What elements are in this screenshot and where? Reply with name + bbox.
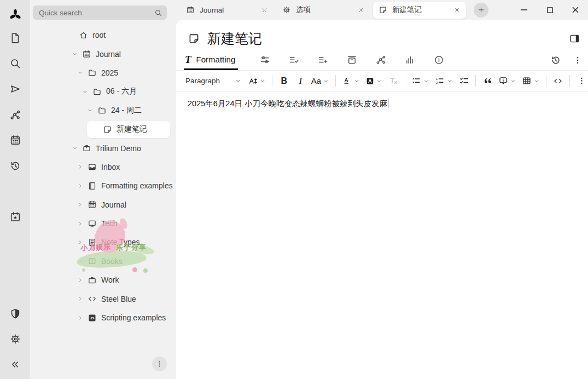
briefcase-icon — [87, 275, 97, 285]
chevron-right-icon[interactable] — [76, 220, 84, 227]
js-badge-icon — [87, 313, 97, 323]
font-family-button[interactable]: Aa — [310, 74, 330, 88]
tree-item-formatting-examples[interactable]: Formatting examples — [76, 176, 176, 195]
home-icon — [78, 30, 88, 40]
quick-search-input[interactable] — [33, 5, 167, 20]
recent-changes-button[interactable] — [8, 159, 22, 173]
protected-session-button[interactable] — [8, 307, 22, 321]
close-icon[interactable] — [261, 7, 268, 14]
note-revisions-button[interactable] — [550, 55, 561, 66]
bold-button[interactable]: B — [277, 74, 290, 88]
ribbon-tab-note-map[interactable] — [374, 54, 387, 67]
ribbon-tab-note-paths[interactable] — [345, 54, 358, 67]
close-icon[interactable] — [453, 7, 461, 14]
settings-button[interactable] — [8, 332, 22, 346]
tree-item-root[interactable]: root — [67, 26, 176, 44]
open-book-icon — [87, 256, 97, 266]
ribbon-tab-inherited-attributes[interactable] — [316, 54, 329, 67]
italic-button[interactable]: I — [294, 74, 307, 88]
inbox-icon — [87, 162, 97, 172]
chevron-down-icon — [510, 78, 516, 84]
toolbar-more-button[interactable] — [575, 74, 588, 88]
tab-journal[interactable]: Journal — [181, 2, 273, 19]
code-icon — [87, 294, 97, 304]
tree-item-work[interactable]: Work — [76, 271, 176, 289]
note-icon — [379, 5, 387, 14]
font-color-button[interactable] — [341, 74, 361, 88]
create-split-icon[interactable] — [569, 33, 580, 44]
collapse-tree-button[interactable] — [8, 357, 22, 371]
font-size-button[interactable] — [247, 74, 267, 88]
ribbon-tab-formatting[interactable]: T Formatting — [184, 50, 238, 70]
block-quote-button[interactable] — [481, 74, 494, 88]
close-window-button[interactable] — [569, 3, 582, 16]
package-icon — [81, 143, 91, 153]
background-color-button[interactable] — [364, 74, 384, 88]
note-menu-button[interactable] — [573, 55, 583, 65]
new-note-button[interactable] — [8, 31, 22, 45]
tree-item-steel-blue[interactable]: Steel Blue — [76, 289, 176, 308]
chevron-down-icon[interactable] — [76, 69, 84, 77]
chevron-right-icon[interactable] — [76, 257, 84, 265]
admonition-button[interactable] — [497, 74, 517, 88]
tree-item-day24[interactable]: 24 - 周二 — [86, 101, 176, 120]
chevron-right-icon[interactable] — [76, 238, 84, 246]
calendar-button[interactable] — [8, 133, 22, 147]
bookmarks-button[interactable] — [8, 210, 22, 224]
tree-item-journal[interactable]: Journal — [71, 44, 176, 63]
note-title-input[interactable]: 新建笔记 — [207, 30, 562, 48]
tree-item-scripting-examples[interactable]: Scripting examples — [76, 308, 176, 327]
tab-new-note-active[interactable]: 新建笔记 — [373, 2, 466, 19]
paragraph-style-dropdown[interactable]: Paragraph — [184, 74, 243, 88]
jump-to-note-button[interactable] — [8, 82, 22, 96]
chevron-right-icon[interactable] — [76, 182, 84, 190]
insert-table-button[interactable] — [521, 74, 541, 88]
chevron-down-icon[interactable] — [86, 107, 94, 114]
minimize-button[interactable] — [517, 3, 531, 16]
monitor-icon — [87, 219, 97, 228]
tree-item-new-note-selected[interactable]: 新建笔记 — [87, 121, 170, 138]
note-detail-panel: 新建笔记 T Formatting Paragraph — [176, 20, 588, 379]
code-block-button[interactable] — [551, 74, 564, 88]
ribbon-tab-owned-attributes[interactable] — [287, 54, 300, 67]
tree-item-inbox[interactable]: Inbox — [76, 158, 176, 176]
chevron-down-icon — [423, 78, 429, 84]
tree-item-note-types[interactable]: Note Types — [76, 233, 176, 251]
tree-item-journal-demo[interactable]: Journal — [76, 196, 176, 214]
tree-item-tech[interactable]: Tech — [76, 214, 176, 233]
chevron-down-icon[interactable] — [71, 50, 78, 58]
search-button[interactable] — [8, 56, 22, 71]
new-tab-button[interactable] — [474, 3, 488, 18]
calendar-icon — [87, 200, 97, 210]
numbered-list-button[interactable] — [434, 74, 454, 88]
tree-item-june[interactable]: 06 - 六月 — [81, 82, 176, 101]
tree-actions-button[interactable] — [152, 357, 167, 371]
remove-format-button[interactable] — [387, 74, 400, 88]
todo-list-button[interactable] — [457, 74, 470, 88]
ribbon-tab-note-info[interactable] — [432, 54, 445, 67]
note-map-button[interactable] — [8, 108, 22, 122]
text-caret — [388, 99, 388, 108]
launcher-bar — [0, 0, 30, 379]
bulleted-list-button[interactable] — [410, 74, 430, 88]
chevron-right-icon[interactable] — [76, 295, 84, 303]
note-title-row: 新建笔记 — [176, 20, 588, 50]
ribbon-tab-basic-properties[interactable] — [258, 54, 271, 67]
ribbon-tab-similar-notes[interactable] — [403, 54, 416, 67]
trilium-logo-icon — [8, 8, 22, 22]
toolbar-separator — [546, 75, 546, 87]
tree-item-trilium-demo[interactable]: Trilium Demo — [71, 139, 176, 157]
chevron-down-icon[interactable] — [71, 145, 78, 152]
tab-options[interactable]: 选项 — [277, 2, 370, 19]
tree-item-2025[interactable]: 2025 — [76, 64, 176, 82]
close-icon[interactable] — [357, 7, 364, 14]
note-editor[interactable]: 2025年6月24日 小刀今晚吃变态辣螺蛳粉被辣到头皮发麻 — [176, 91, 588, 117]
chevron-right-icon[interactable] — [76, 314, 84, 321]
chevron-right-icon[interactable] — [76, 163, 84, 171]
chevron-down-icon — [533, 78, 540, 84]
chevron-right-icon[interactable] — [76, 276, 84, 284]
chevron-right-icon[interactable] — [76, 201, 84, 209]
tree-item-books[interactable]: Books — [76, 252, 176, 271]
chevron-down-icon[interactable] — [81, 88, 89, 95]
maximize-button[interactable] — [543, 3, 556, 16]
